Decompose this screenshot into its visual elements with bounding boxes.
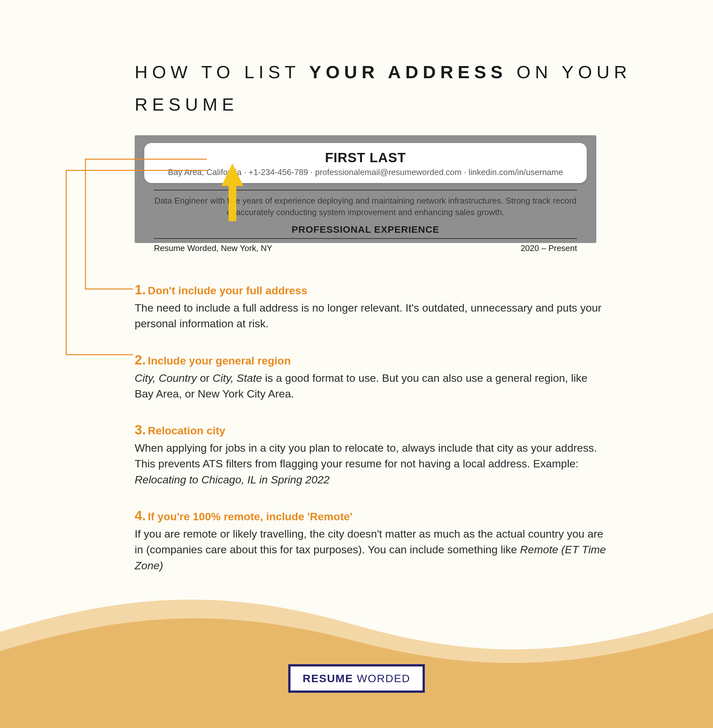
tip-heading: 3.Relocation city bbox=[135, 422, 606, 437]
divider bbox=[154, 238, 577, 239]
resume-contact-line: Bay Area, California · +1-234-456-789 · … bbox=[157, 167, 574, 177]
tip-4: 4.If you're 100% remote, include 'Remote… bbox=[135, 508, 606, 573]
tip-heading: 4.If you're 100% remote, include 'Remote… bbox=[135, 508, 606, 524]
tip-heading: 2.Include your general region bbox=[135, 352, 606, 368]
tip-heading: 1.Don't include your full address bbox=[135, 282, 606, 297]
tip-body: When applying for jobs in a city you pla… bbox=[135, 440, 606, 488]
tip-2: 2.Include your general region City, Coun… bbox=[135, 352, 606, 402]
resume-section-heading: PROFESSIONAL EXPERIENCE bbox=[154, 224, 577, 235]
tip-body: City, Country or City, State is a good f… bbox=[135, 370, 606, 402]
resume-summary: Data Engineer with five years of experie… bbox=[154, 195, 577, 218]
tip-body: If you are remote or likely travelling, … bbox=[135, 526, 606, 573]
resume-name: FIRST LAST bbox=[157, 150, 574, 166]
tip-body: The need to include a full address is no… bbox=[135, 300, 606, 332]
resume-body: Data Engineer with five years of experie… bbox=[154, 186, 577, 253]
divider bbox=[154, 190, 577, 190]
resume-dates: 2020 – Present bbox=[521, 243, 577, 253]
resume-sample: FIRST LAST Bay Area, California · +1-234… bbox=[135, 135, 596, 243]
tip-3: 3.Relocation city When applying for jobs… bbox=[135, 422, 606, 488]
resume-experience-row: Resume Worded, New York, NY 2020 – Prese… bbox=[154, 243, 577, 253]
resume-header-card: FIRST LAST Bay Area, California · +1-234… bbox=[144, 143, 587, 183]
page-title: HOW TO LIST YOUR ADDRESS ON YOUR RESUME bbox=[135, 56, 713, 121]
resume-employer: Resume Worded, New York, NY bbox=[154, 243, 272, 253]
tips-list: 1.Don't include your full address The ne… bbox=[135, 282, 606, 594]
tip-1: 1.Don't include your full address The ne… bbox=[135, 282, 606, 332]
brand-logo: RESUME WORDED bbox=[288, 664, 425, 693]
